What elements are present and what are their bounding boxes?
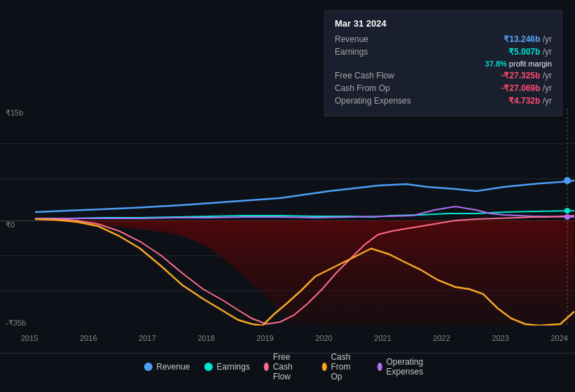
tooltip-margin-row: 37.8% profit margin [335,59,552,68]
x-label-2019: 2019 [256,334,273,342]
tooltip-margin-value: 37.8% profit margin [485,59,552,68]
revenue-dot [564,177,571,184]
x-label-2016: 2016 [80,334,97,342]
legend-label-earnings: Earnings [216,362,249,372]
earnings-dot [564,208,570,214]
tooltip-earnings-row: Earnings ₹5.007b /yr [335,47,552,57]
negative-fill-area-2 [35,220,574,326]
tooltip-cashop-row: Cash From Op -₹27.069b /yr [335,83,552,93]
tooltip-earnings-label: Earnings [335,47,368,57]
tooltip-revenue-label: Revenue [335,34,368,44]
chart-svg [0,108,575,326]
tooltip-fcf-value: -₹27.325b /yr [501,71,552,80]
x-label-2021: 2021 [374,334,391,342]
legend-label-revenue: Revenue [156,362,190,372]
tooltip-revenue-value: ₹13.246b /yr [504,34,552,44]
tooltip-opex-label: Operating Expenses [335,96,411,106]
legend-label-cashop: Cash From Op [331,352,363,382]
tooltip-revenue-row: Revenue ₹13.246b /yr [335,34,552,44]
tooltip-fcf-label: Free Cash Flow [335,71,394,80]
legend-item-opex[interactable]: Operating Expenses [377,357,431,377]
x-label-2020: 2020 [315,334,332,342]
legend: Revenue Earnings Free Cash Flow Cash Fro… [144,352,431,382]
legend-item-earnings[interactable]: Earnings [204,362,249,372]
opex-dot [564,214,570,220]
tooltip-earnings-value: ₹5.007b /yr [508,47,552,57]
tooltip-date: Mar 31 2024 [335,18,552,29]
tooltip-opex-value: ₹4.732b /yr [508,96,552,106]
tooltip-cashop-value: -₹27.069b /yr [501,83,552,93]
legend-item-fcf[interactable]: Free Cash Flow [264,352,308,382]
legend-dot-cashop [321,363,326,371]
x-label-2022: 2022 [433,334,450,342]
x-label-2024: 2024 [550,334,567,342]
x-axis: 2015 2016 2017 2018 2019 2020 2021 2022 … [21,330,568,346]
data-tooltip: Mar 31 2024 Revenue ₹13.246b /yr Earning… [324,10,562,116]
legend-dot-fcf [264,363,269,371]
legend-dot-revenue [144,363,152,371]
legend-item-revenue[interactable]: Revenue [144,362,190,372]
legend-label-opex: Operating Expenses [386,357,431,377]
x-label-2018: 2018 [198,334,214,342]
x-label-2017: 2017 [139,334,155,342]
tooltip-fcf-row: Free Cash Flow -₹27.325b /yr [335,71,552,80]
revenue-line [35,181,574,212]
x-label-2015: 2015 [21,334,38,342]
tooltip-cashop-label: Cash From Op [335,83,390,93]
legend-dot-opex [377,363,382,371]
legend-label-fcf: Free Cash Flow [273,352,308,382]
tooltip-opex-row: Operating Expenses ₹4.732b /yr [335,96,552,106]
x-label-2023: 2023 [492,334,508,342]
legend-item-cashop[interactable]: Cash From Op [321,352,363,382]
legend-dot-earnings [204,363,212,371]
